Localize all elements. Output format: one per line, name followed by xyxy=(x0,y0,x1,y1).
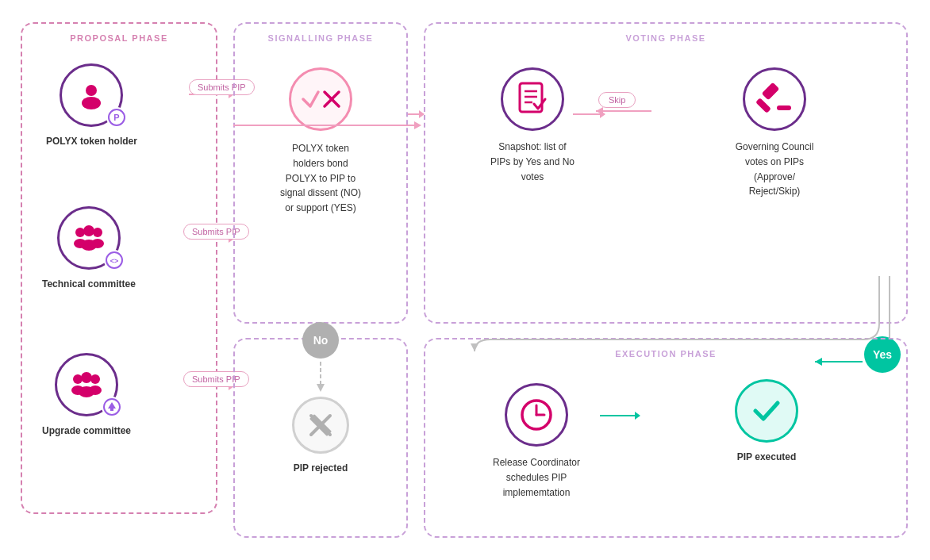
clock-icon xyxy=(519,397,554,432)
skip-label-container: Skip xyxy=(598,92,636,106)
svg-point-0 xyxy=(86,85,97,96)
svg-point-5 xyxy=(83,225,94,236)
governing-description: Governing Council votes on PIPs (Approve… xyxy=(727,139,822,198)
svg-point-17 xyxy=(89,385,102,395)
snapshot-description: Snapshot: list of PIPs by Yes and No vot… xyxy=(489,139,576,183)
snapshot-to-governing-arrow xyxy=(573,113,605,115)
release-coordinator-desc: Release Coordinator schedules PIP implem… xyxy=(493,457,580,498)
rc-to-pip-executed-arrow xyxy=(600,415,640,416)
polyx-holder-circle: P xyxy=(60,63,123,127)
release-coordinator-description: Release Coordinator schedules PIP implem… xyxy=(489,455,584,499)
rejected-x-icon xyxy=(306,411,335,439)
svg-text:<>: <> xyxy=(110,257,119,265)
code-badge-icon: <> xyxy=(106,251,123,269)
svg-rect-29 xyxy=(762,82,780,101)
proposal-phase-title: PROPOSAL PHASE xyxy=(70,33,168,43)
gov-to-no-curve xyxy=(316,276,887,359)
person-icon xyxy=(76,80,106,110)
svg-point-4 xyxy=(75,228,85,237)
gov-no-curve-svg xyxy=(316,276,887,355)
polyx-holder-actor: P POLYX token holder xyxy=(46,63,137,148)
svg-point-13 xyxy=(81,372,92,383)
signalling-phase-title: SIGNALLING PHASE xyxy=(268,33,374,43)
svg-point-9 xyxy=(91,239,104,248)
diagram: PROPOSAL PHASE P POLYX token holder xyxy=(13,14,917,546)
group-icon xyxy=(72,224,106,251)
svg-rect-30 xyxy=(755,98,771,113)
svg-marker-45 xyxy=(471,343,478,351)
svg-rect-20 xyxy=(110,408,113,411)
no-down-arrow-svg xyxy=(313,362,329,393)
pip-rejected-node: PIP rejected xyxy=(292,397,349,475)
pip-rejected-label: PIP rejected xyxy=(294,462,348,475)
governing-circle xyxy=(743,67,806,131)
svg-point-1 xyxy=(82,97,101,109)
technical-committee-actor: <> Technical committee xyxy=(42,206,136,291)
svg-text:P: P xyxy=(114,113,120,122)
governing-desc-text: Governing Council votes on PIPs (Approve… xyxy=(736,141,814,197)
gavel-icon xyxy=(756,83,793,115)
skip-label: Skip xyxy=(598,92,636,108)
no-down-arrow xyxy=(313,362,329,397)
pip-executed-circle xyxy=(735,379,798,443)
upgrade-committee-label: Upgrade committee xyxy=(42,424,131,438)
release-coordinator-node: Release Coordinator schedules PIP implem… xyxy=(489,383,584,499)
polyx-badge: P xyxy=(106,107,127,128)
svg-marker-33 xyxy=(317,384,325,392)
svg-point-6 xyxy=(93,228,102,237)
upgrade-committee-circle xyxy=(55,353,118,416)
snapshot-desc-text: Snapshot: list of PIPs by Yes and No vot… xyxy=(490,141,575,182)
pip-executed-node: PIP executed xyxy=(735,379,798,464)
group2-icon xyxy=(70,371,103,398)
executed-check-icon xyxy=(749,393,784,428)
svg-rect-31 xyxy=(777,105,791,110)
snapshot-circle xyxy=(501,67,564,131)
polyx-badge-icon: P xyxy=(108,109,125,126)
code-badge: <> xyxy=(104,250,125,270)
upgrade-badge-icon xyxy=(103,398,121,416)
voting-phase-title: VOTING PHASE xyxy=(625,33,705,43)
pip-executed-label: PIP executed xyxy=(737,451,796,464)
proposal-phase-box: PROPOSAL PHASE P POLYX token holder xyxy=(21,22,217,514)
technical-committee-circle: <> xyxy=(57,206,121,270)
polyx-holder-label: POLYX token holder xyxy=(46,135,137,148)
snapshot-node: Snapshot: list of PIPs by Yes and No vot… xyxy=(489,67,576,183)
governing-council-node: Governing Council votes on PIPs (Approve… xyxy=(727,67,822,198)
rc-executed-line xyxy=(600,415,640,416)
svg-point-12 xyxy=(73,374,83,384)
signalling-bottom-box: No PIP rejected xyxy=(233,338,408,538)
main-flow-arrow xyxy=(233,82,428,164)
pip-rejected-circle xyxy=(292,397,349,454)
snap-gov-arrow-line xyxy=(573,113,605,115)
upgrade-committee-actor: Upgrade committee xyxy=(42,353,131,438)
technical-committee-label: Technical committee xyxy=(42,278,136,291)
svg-marker-47 xyxy=(414,121,421,129)
svg-marker-44 xyxy=(815,358,822,366)
main-flow-svg xyxy=(233,82,428,161)
release-coordinator-circle xyxy=(505,383,568,447)
svg-point-14 xyxy=(90,374,100,384)
snapshot-icon xyxy=(517,82,548,117)
upgrade-badge xyxy=(102,397,122,417)
